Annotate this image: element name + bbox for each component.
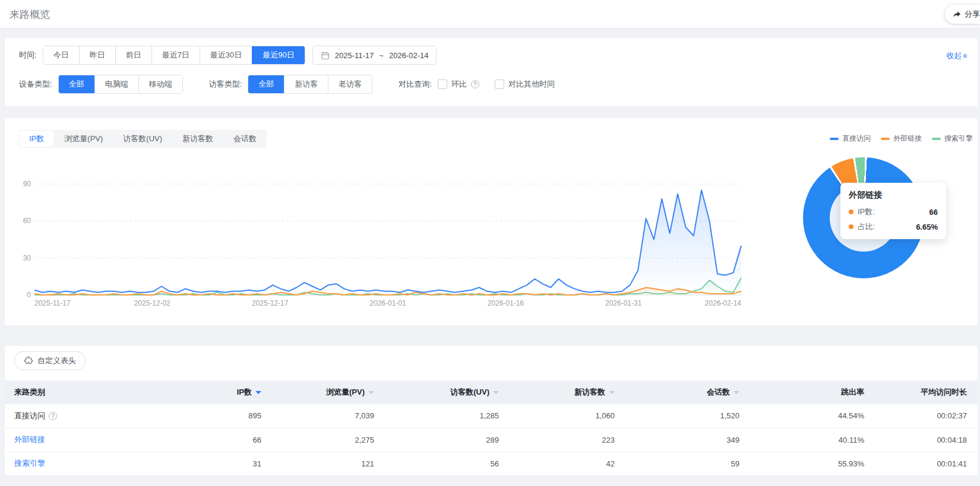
chevron-up-icon: « xyxy=(962,53,970,58)
value-cell: 1,520 xyxy=(615,404,739,428)
column-header-label: 平均访问时长 xyxy=(921,387,967,396)
column-header-0: 来路类别 xyxy=(5,380,183,404)
value-cell: 00:04:18 xyxy=(864,428,978,452)
y-axis-tick: 30 xyxy=(6,254,31,262)
column-header-7: 平均访问时长 xyxy=(864,380,978,404)
column-header-1[interactable]: IP数 xyxy=(183,380,261,404)
custom-columns-label: 自定义表头 xyxy=(37,355,76,366)
value-cell: 2,275 xyxy=(261,428,374,452)
tooltip-marker-dot xyxy=(849,224,853,229)
visitor-option-1[interactable]: 新访客 xyxy=(284,75,328,93)
column-header-3[interactable]: 访客数(UV) xyxy=(374,380,499,404)
column-header-5[interactable]: 会话数 xyxy=(615,380,739,404)
column-header-label: 浏览量(PV) xyxy=(326,387,365,396)
table-row: 直接访问?8957,0391,2851,0601,52044.54%00:02:… xyxy=(5,404,978,428)
collapse-link[interactable]: 收起 « xyxy=(946,50,968,61)
tooltip-row-1: 占比:6.65% xyxy=(849,221,938,232)
compare-option-label: 对比其他时间 xyxy=(508,79,555,90)
tooltip-title: 外部链接 xyxy=(849,190,938,201)
value-cell: 40.11% xyxy=(739,428,864,452)
column-header-4[interactable]: 新访客数 xyxy=(499,380,615,404)
time-option-4[interactable]: 最近30日 xyxy=(200,46,252,64)
y-axis-tick: 60 xyxy=(6,217,31,225)
time-option-2[interactable]: 前日 xyxy=(115,46,151,64)
tooltip-row-0: IP数:66 xyxy=(849,207,938,217)
tooltip-marker-dot xyxy=(849,209,853,214)
category-wrap: 直接访问? xyxy=(14,411,183,421)
compare-filter-label: 对比查询: xyxy=(399,79,432,90)
time-filter-label: 时间: xyxy=(19,50,37,61)
sort-caret-icon xyxy=(734,391,739,394)
value-cell: 00:02:37 xyxy=(864,404,978,428)
column-header-6: 跳出率 xyxy=(739,380,864,404)
custom-columns-button[interactable]: 自定义表头 xyxy=(14,351,86,370)
category-cell: 搜索引擎 xyxy=(5,452,183,475)
category-label: 直接访问 xyxy=(14,411,45,421)
x-axis-tick: 2025-12-17 xyxy=(252,299,288,307)
time-option-0[interactable]: 今日 xyxy=(43,46,79,64)
value-cell: 223 xyxy=(499,428,615,452)
sort-caret-icon xyxy=(368,391,374,394)
value-cell: 59 xyxy=(615,452,739,475)
page-title: 来路概览 xyxy=(10,8,50,21)
column-header-label: 来路类别 xyxy=(14,387,45,396)
compare-option-label: 环比 xyxy=(451,79,467,90)
time-option-1[interactable]: 昨日 xyxy=(79,46,115,64)
value-cell: 1,060 xyxy=(499,404,615,428)
date-range-picker[interactable]: 2025-11-17 ~ 2026-02-14 xyxy=(312,46,437,65)
value-cell: 121 xyxy=(261,452,374,475)
category-cell: 直接访问? xyxy=(5,404,183,428)
visitor-option-0[interactable]: 全部 xyxy=(248,75,284,93)
x-axis-tick: 2026-01-01 xyxy=(369,299,406,307)
value-cell: 895 xyxy=(183,404,261,428)
column-header-label: IP数 xyxy=(237,387,252,396)
sort-caret-icon xyxy=(255,391,261,394)
tooltip-row-label: IP数: xyxy=(858,207,875,217)
line-chart-svg xyxy=(5,118,771,325)
value-cell: 66 xyxy=(183,428,261,452)
column-header-2[interactable]: 浏览量(PV) xyxy=(261,380,374,404)
value-cell: 55.93% xyxy=(739,452,864,475)
value-cell: 00:01:41 xyxy=(864,452,978,475)
visitor-button-group: 全部新访客老访客 xyxy=(248,75,372,94)
category-wrap: 外部链接 xyxy=(14,434,183,445)
sort-caret-icon xyxy=(493,391,499,394)
device-option-1[interactable]: 电脑端 xyxy=(94,75,138,93)
value-cell: 31 xyxy=(183,452,261,475)
time-button-group: 今日昨日前日最近7日最近30日最近90日 xyxy=(43,46,305,65)
y-axis-tick: 90 xyxy=(6,180,31,188)
filter-panel: 时间: 今日昨日前日最近7日最近30日最近90日 2025-11-17 ~ 20… xyxy=(5,38,978,106)
category-label[interactable]: 外部链接 xyxy=(14,434,45,445)
time-option-3[interactable]: 最近7日 xyxy=(151,46,200,64)
date-start: 2025-11-17 xyxy=(335,51,374,60)
checkbox-1[interactable] xyxy=(495,80,504,89)
value-cell: 56 xyxy=(374,452,499,475)
help-icon[interactable]: ? xyxy=(49,412,57,420)
value-cell: 349 xyxy=(615,428,739,452)
date-end: 2026-02-14 xyxy=(389,51,429,60)
puzzle-icon xyxy=(24,356,33,366)
x-axis-tick: 2025-11-17 xyxy=(34,299,71,307)
top-bar: 来路概览 分享 xyxy=(0,0,980,28)
tooltip-row-value: 66 xyxy=(930,208,938,217)
category-cell: 外部链接 xyxy=(5,428,183,452)
value-cell: 1,285 xyxy=(374,404,499,428)
donut-tooltip: 外部链接 IP数:66占比:6.65% xyxy=(840,183,946,239)
table-row: 外部链接662,27528922334940.11%00:04:18 xyxy=(5,428,978,452)
device-filter-label: 设备类型: xyxy=(19,79,52,90)
device-option-2[interactable]: 移动端 xyxy=(138,75,182,93)
date-separator: ~ xyxy=(379,51,384,60)
visitor-filter-label: 访客类型: xyxy=(209,79,242,90)
share-label: 分享 xyxy=(965,9,980,20)
category-label[interactable]: 搜索引擎 xyxy=(14,458,45,469)
device-option-0[interactable]: 全部 xyxy=(59,75,94,93)
share-button[interactable]: 分享 xyxy=(945,5,980,24)
checkbox-0[interactable] xyxy=(438,80,447,89)
value-cell: 7,039 xyxy=(261,404,374,428)
category-wrap: 搜索引擎 xyxy=(14,458,183,469)
visitor-option-2[interactable]: 老访客 xyxy=(328,75,372,93)
help-icon[interactable]: ? xyxy=(471,80,479,88)
x-axis-tick: 2026-02-14 xyxy=(705,299,741,307)
column-header-label: 跳出率 xyxy=(841,387,864,396)
time-option-5[interactable]: 最近90日 xyxy=(252,46,304,64)
